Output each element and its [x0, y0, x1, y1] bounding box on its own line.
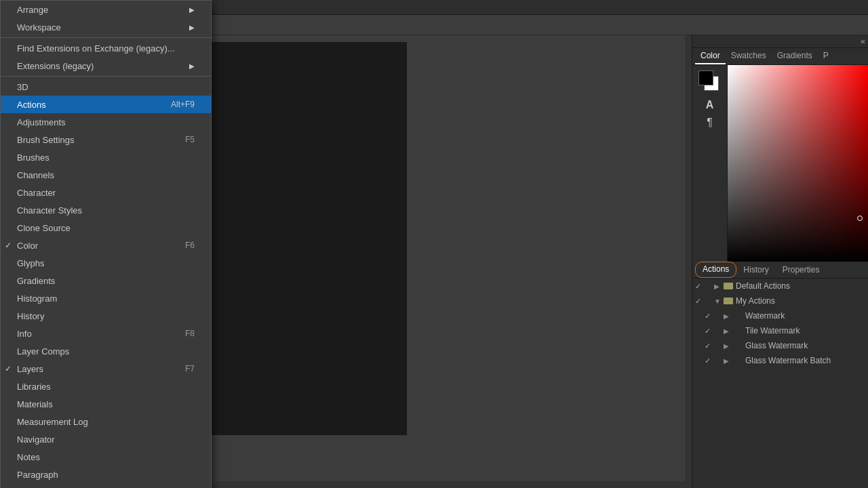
menu-item-measurement-log[interactable]: Measurement Log — [1, 413, 211, 430]
action-check: ✓ — [705, 357, 714, 365]
action-row-1[interactable]: ✓ ▼ My Actions — [692, 293, 868, 308]
tab-history[interactable]: History — [736, 262, 775, 278]
menu-item-workspace[interactable]: Workspace▶ — [1, 18, 211, 36]
menu-item-brush-settings[interactable]: Brush SettingsF5 — [1, 131, 211, 148]
action-row-3[interactable]: ✓ ▶ Tile Watermark — [692, 323, 868, 338]
submenu-arrow-icon: ▶ — [189, 24, 195, 31]
menu-item-history[interactable]: History — [1, 307, 211, 325]
checkmark-icon: ✓ — [5, 241, 12, 250]
action-expand-arrow[interactable]: ▶ — [724, 312, 733, 320]
menu-item-label: 3D — [17, 82, 28, 92]
menu-item-extensions-(legacy)[interactable]: Extensions (legacy)▶ — [1, 57, 211, 75]
menu-item-label: Character Styles — [17, 205, 82, 216]
menu-item-label: Character — [17, 188, 56, 198]
menu-divider-5 — [1, 76, 211, 77]
tab-color[interactable]: Color — [695, 48, 726, 64]
menu-item-info[interactable]: InfoF8 — [1, 325, 211, 342]
menu-item-label: Info — [17, 329, 32, 339]
paragraph-tool-icon[interactable]: ¶ — [707, 117, 713, 129]
menu-shortcut: F7 — [185, 364, 195, 373]
menu-item-label: History — [17, 311, 44, 321]
action-expand-arrow[interactable]: ▶ — [714, 283, 724, 290]
color-picker-indicator — [857, 216, 863, 221]
action-check: ✓ — [705, 327, 714, 336]
window-dropdown-menu[interactable]: Arrange▶Workspace▶Find Extensions on Exc… — [0, 0, 212, 488]
menu-item-label: Extensions (legacy) — [17, 61, 94, 71]
menu-shortcut: F8 — [185, 329, 195, 338]
menu-item-adjustments[interactable]: Adjustments — [1, 113, 211, 131]
checkmark-icon: ✓ — [5, 364, 12, 373]
menu-item-label: Gradients — [17, 276, 55, 286]
action-check: ✓ — [695, 297, 705, 306]
color-swatches-area[interactable] — [698, 70, 722, 94]
menu-item-clone-source[interactable]: Clone Source — [1, 219, 211, 237]
menu-item-label: Clone Source — [17, 223, 71, 233]
menu-item-paragraph-styles[interactable]: Paragraph Styles — [1, 483, 211, 488]
folder-icon — [724, 283, 733, 289]
menu-item-paragraph[interactable]: Paragraph — [1, 466, 211, 483]
action-expand-arrow[interactable]: ▶ — [724, 342, 733, 350]
menu-item-actions[interactable]: ActionsAlt+F9 — [1, 96, 211, 113]
actions-list: ✓ ▶ Default Actions ✓ ▼ My Actions ✓ ▶ W… — [692, 279, 868, 488]
menu-item-histogram[interactable]: Histogram — [1, 289, 211, 307]
tab-gradients[interactable]: Gradients — [772, 48, 818, 64]
menu-item-label: Layers — [17, 364, 43, 374]
menu-item-label: Arrange — [17, 5, 48, 15]
tab-actions[interactable]: Actions — [695, 262, 736, 278]
action-check: ✓ — [705, 342, 714, 350]
action-expand-arrow[interactable]: ▶ — [724, 357, 733, 365]
text-tool-icon[interactable]: A — [706, 99, 714, 111]
menu-item-arrange[interactable]: Arrange▶ — [1, 1, 211, 18]
canvas-scrollbar-vertical[interactable] — [685, 35, 692, 488]
menu-item-label: Materials — [17, 399, 53, 409]
menu-item-layer-comps[interactable]: Layer Comps — [1, 342, 211, 360]
menu-divider-2 — [1, 37, 211, 38]
color-gradient-picker[interactable] — [728, 65, 868, 262]
menu-item-color[interactable]: ✓ColorF6 — [1, 237, 211, 254]
menu-item-character[interactable]: Character — [1, 184, 211, 201]
action-row-4[interactable]: ✓ ▶ Glass Watermark — [692, 338, 868, 353]
menu-item-navigator[interactable]: Navigator — [1, 430, 211, 448]
menu-item-label: Layer Comps — [17, 346, 69, 357]
menu-item-label: Channels — [17, 170, 54, 180]
action-check: ✓ — [705, 312, 714, 321]
tab-swatches[interactable]: Swatches — [726, 48, 772, 64]
menu-item-glyphs[interactable]: Glyphs — [1, 254, 211, 272]
foreground-black-swatch[interactable] — [698, 70, 713, 85]
right-panel: « Color Swatches Gradients P A ¶ — [692, 35, 868, 488]
tab-patterns[interactable]: P — [818, 48, 834, 64]
menu-item-character-styles[interactable]: Character Styles — [1, 201, 211, 219]
menu-item-label: Histogram — [17, 293, 57, 304]
tab-properties[interactable]: Properties — [776, 262, 827, 278]
menu-item-layers[interactable]: ✓LayersF7 — [1, 360, 211, 378]
menu-item-materials[interactable]: Materials — [1, 395, 211, 413]
menu-item-label: Adjustments — [17, 117, 66, 127]
menu-item-label: Color — [17, 241, 38, 251]
menu-item-label: Actions — [17, 100, 46, 110]
menu-item-label: Paragraph — [17, 470, 58, 480]
submenu-arrow-icon: ▶ — [189, 62, 195, 70]
menu-item-label: Notes — [17, 452, 40, 462]
menu-item-libraries[interactable]: Libraries — [1, 378, 211, 395]
menu-item-3d[interactable]: 3D — [1, 78, 211, 96]
menu-shortcut: F5 — [185, 135, 195, 144]
menu-item-brushes[interactable]: Brushes — [1, 148, 211, 166]
collapse-panel-button[interactable]: « — [861, 37, 865, 46]
action-row-2[interactable]: ✓ ▶ Watermark — [692, 308, 868, 323]
action-label: Glass Watermark — [745, 341, 865, 350]
action-row-5[interactable]: ✓ ▶ Glass Watermark Batch — [692, 353, 868, 368]
menu-item-find-extensions-on-exchange-(legacy)...[interactable]: Find Extensions on Exchange (legacy)... — [1, 39, 211, 57]
action-expand-arrow[interactable]: ▶ — [724, 327, 733, 335]
action-expand-arrow[interactable]: ▼ — [714, 298, 724, 305]
menu-item-label: Find Extensions on Exchange (legacy)... — [17, 43, 175, 54]
menu-item-label: Navigator — [17, 434, 55, 445]
menu-item-gradients[interactable]: Gradients — [1, 272, 211, 289]
menu-item-notes[interactable]: Notes — [1, 448, 211, 466]
menu-item-channels[interactable]: Channels — [1, 166, 211, 184]
action-label: Default Actions — [736, 281, 865, 291]
actions-panel: Actions History Properties ✓ ▶ Default A… — [692, 262, 868, 488]
actions-panel-tabs: Actions History Properties — [692, 262, 868, 279]
menu-item-label: Brushes — [17, 152, 50, 163]
menu-shortcut: Alt+F9 — [171, 100, 195, 109]
action-row-0[interactable]: ✓ ▶ Default Actions — [692, 279, 868, 293]
